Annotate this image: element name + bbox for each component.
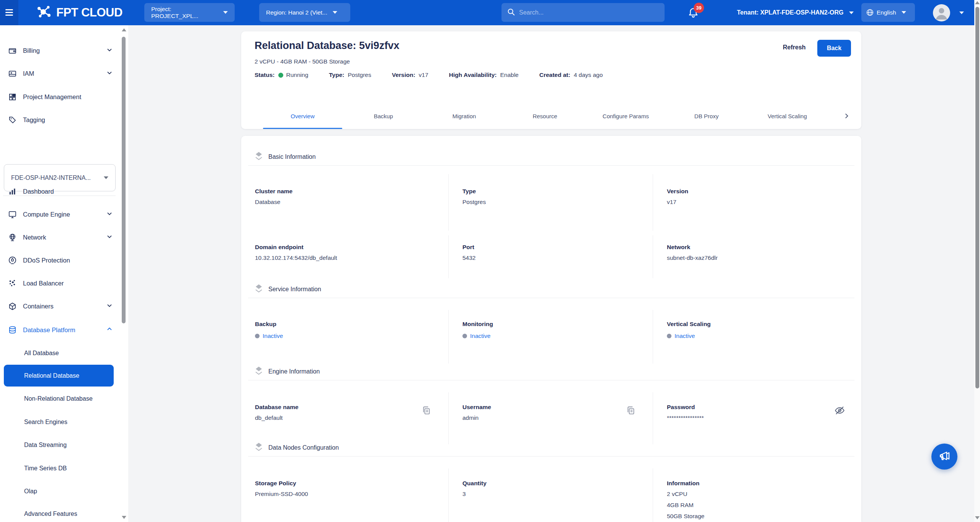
sidebar-item-label: Load Balancer xyxy=(23,280,64,287)
sidebar-item-ddos-protection[interactable]: DDoS Protection xyxy=(0,253,119,268)
bar-chart-icon xyxy=(8,187,17,196)
status-running-dot-icon xyxy=(278,73,283,78)
sidebar-item-load-balancer[interactable]: Load Balancer xyxy=(0,276,119,291)
high-availability-value: Enable xyxy=(500,72,518,78)
notification-badge: 39 xyxy=(694,3,704,13)
field-label: Database name xyxy=(255,404,448,411)
scroll-up-arrow-icon[interactable] xyxy=(122,28,126,31)
tab-configure-params[interactable]: Configure Params xyxy=(585,103,666,129)
project-dropdown[interactable]: Project: PROJECT_XPL... xyxy=(144,3,235,22)
avatar-menu-chevron-icon[interactable] xyxy=(959,11,964,14)
sidebar-subitem-label: Search Engines xyxy=(24,419,67,426)
tab-overview[interactable]: Overview xyxy=(262,103,343,129)
section-service-information: Service Information xyxy=(255,284,321,295)
sidebar-subitem-label: All Database xyxy=(24,350,59,357)
page-scrollbar-thumb[interactable] xyxy=(975,7,979,388)
sidebar-subitem-label: Advanced Features xyxy=(24,511,77,517)
language-dropdown[interactable]: English xyxy=(861,3,915,22)
chevron-down-icon xyxy=(106,70,113,77)
sidebar-item-label: Network xyxy=(23,234,46,241)
sidebar-item-compute-engine[interactable]: Compute Engine xyxy=(0,207,119,222)
service-info-row: Backup Inactive Monitoring Inactive Vert… xyxy=(241,310,861,364)
status-link-label: Inactive xyxy=(263,333,283,339)
sidebar-subitem-all-database[interactable]: All Database xyxy=(0,346,119,360)
field-label: Type xyxy=(462,188,653,195)
region-dropdown[interactable]: Region: Hanoi 2 (Viet... xyxy=(259,3,350,22)
chevron-down-icon xyxy=(333,11,337,14)
show-password-eye-off-button[interactable] xyxy=(834,405,845,417)
tab-vertical-scaling[interactable]: Vertical Scaling xyxy=(747,103,828,129)
sidebar-subitem-data-streaming[interactable]: Data Streaming xyxy=(0,438,119,452)
sidebar-item-iam[interactable]: IAM xyxy=(0,66,119,81)
sidebar-item-containers[interactable]: Containers xyxy=(0,299,119,314)
created-at-label: Created at: xyxy=(539,72,570,78)
sidebar-item-database-platform[interactable]: Database Platform xyxy=(0,322,119,338)
notifications-button[interactable]: 39 xyxy=(688,6,704,21)
search-input[interactable] xyxy=(519,9,659,16)
tab-backup[interactable]: Backup xyxy=(343,103,424,129)
field-label: Vertical Scaling xyxy=(667,321,861,328)
scroll-down-arrow-icon[interactable] xyxy=(975,516,980,519)
field-label: Username xyxy=(462,404,653,411)
tenant-dropdown[interactable]: Tenant: XPLAT-FDE-OSP-HAN2-ORG xyxy=(737,0,854,25)
scroll-up-arrow-icon[interactable] xyxy=(975,1,980,4)
sidebar-subitem-label: Time Series DB xyxy=(24,465,67,472)
sidebar-subitem-advanced-features[interactable]: Advanced Features xyxy=(0,507,119,521)
type-value: Postgres xyxy=(348,72,371,78)
sidebar-item-label: DDoS Protection xyxy=(23,257,70,264)
sidebar-item-project-management[interactable]: Project Management xyxy=(0,89,119,104)
layers-icon xyxy=(255,442,263,453)
sidebar-item-billing[interactable]: Billing xyxy=(0,43,119,58)
sidebar-scrollbar-thumb[interactable] xyxy=(122,37,126,323)
basic-info-row-2: Domain endpoint 10.32.102.174:5432/db_de… xyxy=(241,235,861,278)
sidebar-subitem-relational-database[interactable]: Relational Database xyxy=(4,365,114,387)
tab-resource[interactable]: Resource xyxy=(505,103,585,129)
logo-text: FPT CLOUD xyxy=(56,6,122,20)
backup-status-link[interactable]: Inactive xyxy=(255,333,448,339)
page-scrollbar[interactable] xyxy=(974,0,980,522)
copy-database-name-button[interactable] xyxy=(421,405,432,417)
field-value: Premium-SSD-4000 xyxy=(255,491,448,498)
sidebar-scrollbar[interactable] xyxy=(121,25,127,522)
sidebar-subitem-label: Data Streaming xyxy=(24,442,67,449)
type-label: Type: xyxy=(329,72,344,78)
section-basic-information: Basic Information xyxy=(255,151,316,163)
sidebar-subitem-label: Olap xyxy=(24,488,37,495)
page-subtitle: 2 vCPU - 4GB RAM - 50GB Storage xyxy=(255,58,350,65)
fpt-cloud-logo[interactable]: FPT CLOUD xyxy=(36,5,122,21)
scroll-down-arrow-icon[interactable] xyxy=(122,516,126,519)
sidebar-subitem-non-relational-database[interactable]: Non-Relational Database xyxy=(0,392,119,406)
sidebar-subitem-search-engines[interactable]: Search Engines xyxy=(0,415,119,429)
sidebar-item-dashboard[interactable]: Dashboard xyxy=(0,184,119,199)
monitor-icon xyxy=(8,210,17,219)
tab-migration[interactable]: Migration xyxy=(424,103,505,129)
basic-info-row-1: Cluster name Database Type Postgres Vers… xyxy=(241,174,861,231)
field-label: Password xyxy=(667,404,861,411)
box-icon xyxy=(8,302,17,311)
sidebar-item-label: IAM xyxy=(23,70,34,77)
section-data-nodes-configuration: Data Nodes Configuration xyxy=(255,442,339,453)
chevron-up-icon xyxy=(106,326,113,334)
monitoring-status-link[interactable]: Inactive xyxy=(462,333,653,339)
field-label: Monitoring xyxy=(462,321,653,328)
tab-db-proxy[interactable]: DB Proxy xyxy=(666,103,747,129)
refresh-button[interactable]: Refresh xyxy=(783,44,806,51)
chevron-down-icon xyxy=(106,233,113,241)
sidebar-subitem-olap[interactable]: Olap xyxy=(0,484,119,498)
sidebar-item-network[interactable]: Network xyxy=(0,230,119,245)
bell-icon xyxy=(688,13,699,19)
announcement-fab-button[interactable] xyxy=(931,444,957,470)
org-selector-label: FDE-OSP-HAN2-INTERNA... xyxy=(11,175,91,181)
sidebar-item-label: Billing xyxy=(23,47,40,54)
page-title: Relational Database: 5vi9zfvx xyxy=(255,40,399,52)
tabs-overflow-chevron-right-icon[interactable] xyxy=(843,113,850,119)
sidebar-subitem-time-series-db[interactable]: Time Series DB xyxy=(0,462,119,475)
sidebar-item-tagging[interactable]: Tagging xyxy=(0,112,119,127)
sidebar-toggle-button[interactable] xyxy=(0,0,18,25)
user-avatar[interactable] xyxy=(933,4,950,21)
chevron-down-icon xyxy=(223,11,228,14)
copy-username-button[interactable] xyxy=(625,405,637,417)
back-button[interactable]: Back xyxy=(817,40,851,57)
chevron-down-icon xyxy=(902,11,906,14)
vertical-scaling-status-link[interactable]: Inactive xyxy=(667,333,861,339)
